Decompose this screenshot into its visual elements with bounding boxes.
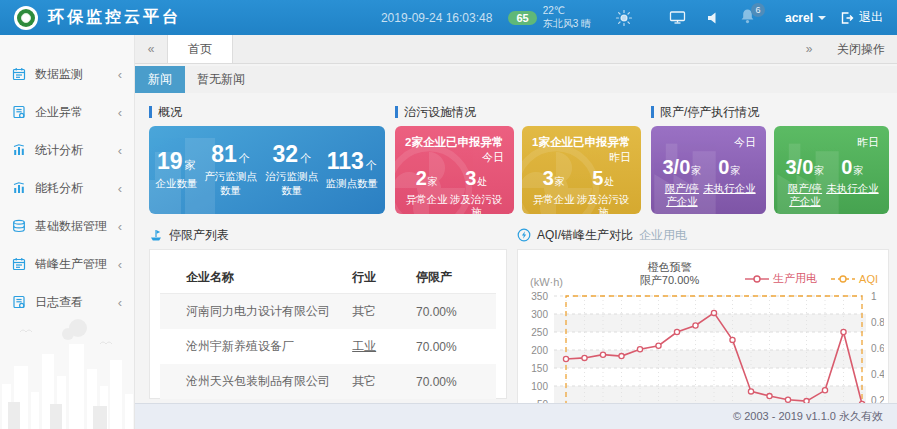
database-icon: [12, 219, 26, 233]
col-header-limit: 停限产: [412, 262, 496, 294]
tab-home[interactable]: 首页: [167, 35, 233, 63]
pollution-card-today[interactable]: 2家企业已申报异常 今日 2家 3处 异常企业 涉及治污设施: [395, 126, 514, 214]
section-pollution-control: 治污设施情况 2家企业已申报异常 今日 2家 3处: [395, 105, 641, 214]
calendar-icon: [12, 257, 26, 271]
unexecuted-enterprises-link[interactable]: 未执行企业: [826, 182, 879, 208]
sidebar-item-data-monitor[interactable]: 数据监测: [0, 55, 134, 93]
tab-bar: 首页 关闭操作: [135, 35, 897, 64]
section-title-pollution: 治污设施情况: [404, 104, 476, 121]
chevron-left-icon: [118, 105, 122, 120]
notification-count-badge: 6: [751, 3, 765, 17]
dashed-line-marker-icon: [831, 274, 855, 284]
sidebar: 数据监测 企业异常 统计分析 能耗分析: [0, 35, 135, 429]
logout-icon: [840, 11, 854, 25]
table-row[interactable]: 沧州天兴包装制品有限公司 其它 70.00%: [160, 364, 496, 399]
calendar-icon: [12, 67, 26, 81]
sidebar-item-energy-analysis[interactable]: 能耗分析: [0, 169, 134, 207]
section-bar: [651, 106, 654, 118]
news-label: 新闻: [135, 66, 185, 93]
document-icon: [12, 105, 26, 119]
logout-button[interactable]: 退出: [840, 9, 883, 26]
line-marker-icon: [745, 274, 769, 284]
document-icon: [12, 295, 26, 309]
user-menu[interactable]: acrel: [785, 11, 826, 25]
section-title-limit-list: 停限产列表: [169, 227, 229, 244]
limit-list-table: 企业名称 行业 停限产 河南同力电力设计有限公司 其它 70.00%: [160, 262, 496, 399]
aqi-badge: 65: [508, 11, 536, 25]
section-bar: [395, 106, 398, 118]
factory-icon: [149, 228, 163, 242]
speaker-icon[interactable]: [706, 11, 720, 25]
limited-enterprises-link[interactable]: 限产/停产企业: [661, 182, 703, 208]
svg-text:100: 100: [531, 381, 548, 392]
overview-card[interactable]: 19家 企业数量 81个 产污监测点数量 32个 治污监测点数量 113个 监测…: [149, 126, 385, 214]
aqi-chart-panel: (kW·h) 橙色预警 限产70.00% 生产用电: [517, 249, 889, 417]
stat-pollution-points: 81个 产污监测点数量: [200, 143, 261, 197]
svg-text:0.4: 0.4: [871, 369, 884, 380]
barchart-icon: [12, 181, 26, 195]
table-row[interactable]: 河南同力电力设计有限公司 其它 70.00%: [160, 294, 496, 330]
section-production-limit: 限产/停产执行情况 今日 3/0家 0家 限产/停产企业 未执行: [651, 105, 889, 214]
section-title-aqi: AQI/错峰生产对比: [537, 227, 633, 244]
svg-text:0.8: 0.8: [871, 317, 884, 328]
sidebar-item-offpeak-production[interactable]: 错峰生产管理: [0, 245, 134, 283]
unexecuted-enterprises-link[interactable]: 未执行企业: [703, 182, 756, 208]
limit-card-yesterday[interactable]: 昨日 3/0家 0家 限产/停产企业 未执行企业: [774, 126, 889, 214]
sidebar-item-base-data[interactable]: 基础数据管理: [0, 207, 134, 245]
limit-list-panel: 企业名称 行业 停限产 河南同力电力设计有限公司 其它 70.00%: [149, 249, 507, 399]
chevron-left-icon: [118, 143, 122, 158]
sidebar-item-log-view[interactable]: 日志查看: [0, 283, 134, 321]
section-title-limit: 限产/停产执行情况: [660, 104, 759, 121]
stat-monitor-points: 113个 监测点数量: [323, 150, 381, 191]
section-aqi-chart: AQI/错峰生产对比 企业用电 (kW·h) 橙色预警 限产70.00%: [517, 228, 889, 417]
monitor-icon[interactable]: [669, 10, 686, 25]
app-title: 环保监控云平台: [48, 7, 181, 28]
copyright-text: © 2003 - 2019 v1.1.0 永久有效: [733, 410, 883, 422]
svg-text:1: 1: [871, 291, 877, 302]
y-axis-unit-label: (kW·h): [530, 276, 594, 288]
section-overview: 概况 19家 企业数量 81个 产污监测点数量 32个 治: [149, 105, 385, 214]
close-operations-button[interactable]: 关闭操作: [825, 35, 897, 63]
industry-link[interactable]: 工业: [348, 329, 412, 364]
chart-annotation: 橙色预警 限产70.00%: [594, 261, 745, 289]
sidebar-item-enterprise-abnormal[interactable]: 企业异常: [0, 93, 134, 131]
svg-text:250: 250: [531, 327, 548, 338]
table-row[interactable]: 沧州宇新养殖设备厂 工业 70.00%: [160, 329, 496, 364]
main-area: 首页 关闭操作 新闻 暂无新闻 概况 19家 企业数量: [135, 35, 897, 429]
section-bar: [149, 106, 152, 118]
datetime: 2019-09-24 16:03:48: [381, 11, 492, 25]
scroll-tabs-right-icon[interactable]: [793, 35, 825, 63]
scroll-tabs-left-icon[interactable]: [135, 35, 167, 63]
chevron-left-icon: [118, 295, 122, 310]
chevron-left-icon: [118, 67, 122, 82]
caret-down-icon: [818, 16, 826, 20]
sidebar-item-statistics[interactable]: 统计分析: [0, 131, 134, 169]
app-logo-icon: [14, 6, 38, 30]
chevron-left-icon: [118, 219, 122, 234]
lightning-circle-icon: [517, 228, 531, 242]
limited-enterprises-link[interactable]: 限产/停产企业: [784, 182, 826, 208]
section-limit-list: 停限产列表 企业名称 行业 停限产 河南同力电: [149, 228, 507, 417]
stat-enterprise-count: 19家 企业数量: [153, 150, 200, 191]
notifications-button[interactable]: 6: [740, 8, 755, 27]
news-content: 暂无新闻: [197, 71, 245, 88]
limit-card-today[interactable]: 今日 3/0家 0家 限产/停产企业 未执行企业: [651, 126, 766, 214]
stat-treatment-points: 32个 治污监测点数量: [261, 143, 322, 197]
col-header-industry: 行业: [348, 262, 412, 294]
app-header: 环保监控云平台 2019-09-24 16:03:48 65 22℃ 东北风3 …: [0, 0, 897, 35]
legend-item-power[interactable]: 生产用电: [745, 271, 817, 286]
chart-legend: 生产用电 AQI: [745, 271, 878, 288]
day-label: 今日: [661, 135, 756, 150]
legend-item-aqi[interactable]: AQI: [831, 273, 878, 285]
svg-text:150: 150: [531, 363, 548, 374]
pollution-card-yesterday[interactable]: 1家企业已申报异常 昨日 3家 5处 异常企业 涉及治污设施: [522, 126, 641, 214]
sun-weather-icon: [615, 9, 633, 27]
news-bar: 新闻 暂无新闻: [135, 66, 897, 93]
weather-text: 22℃ 东北风3 晴: [543, 5, 591, 30]
section-subtitle-power: 企业用电: [639, 227, 687, 244]
footer: © 2003 - 2019 v1.1.0 永久有效: [135, 403, 897, 429]
svg-text:200: 200: [531, 345, 548, 356]
svg-text:0.6: 0.6: [871, 343, 884, 354]
day-label: 昨日: [532, 150, 631, 165]
barchart-icon: [12, 143, 26, 157]
